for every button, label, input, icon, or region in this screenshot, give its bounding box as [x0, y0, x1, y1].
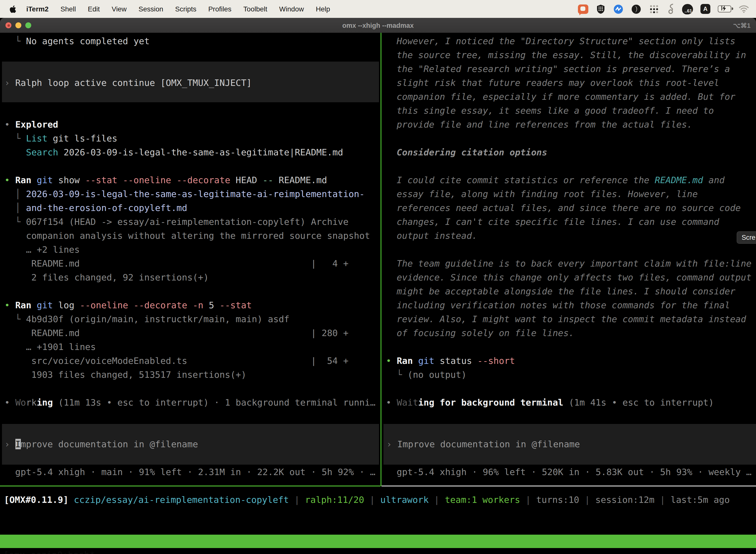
right-pane-output[interactable]: However, I noticed the "Directory Struct… — [381, 34, 756, 409]
terminal-row: companion file, especially if more comme… — [386, 90, 756, 104]
terminal-row: │ 2026-03-09-is-legal-the-same-as-legiti… — [4, 187, 380, 201]
window-title-bar[interactable]: omx --xhigh --madmax ⌥⌘1 — [0, 18, 756, 33]
screen-share-tooltip-text: Scre — [742, 234, 756, 241]
terminal-window[interactable]: └ No agents completed yet › Ralph loop a… — [0, 33, 756, 554]
terminal-row: the "Related research writing" section i… — [386, 62, 756, 76]
terminal-row — [4, 284, 380, 298]
tmux-session-label: [omx-cczip0:bash* — [3, 548, 95, 554]
wifi-icon[interactable] — [739, 5, 749, 13]
pane-divider[interactable] — [380, 33, 381, 486]
right-prompt-text: › Improve documentation in @filename — [386, 437, 580, 451]
terminal-row: [OMX#0.11.9] cczip/essay/ai-reimplementa… — [4, 493, 756, 507]
terminal-row: • Waiting for background terminal (1m 41… — [386, 396, 756, 409]
terminal-row: └ (no output) — [386, 368, 756, 382]
terminal-row — [4, 104, 380, 118]
terminal-row: README.md | 4 + — [4, 257, 380, 271]
menu-item-window[interactable]: Window — [273, 5, 310, 13]
terminal-row: the source tree, missing the essay. Stil… — [386, 48, 756, 62]
input-source-icon[interactable]: A — [700, 4, 710, 14]
terminal-row: provide file and line references from th… — [386, 118, 756, 131]
terminal-row — [4, 48, 380, 62]
left-prompt-input[interactable]: › Improve documentation in @filename — [2, 424, 379, 465]
terminal-row: evidence. Since this change only affects… — [386, 271, 756, 284]
terminal-row: Considering citation options — [386, 146, 756, 159]
chat-app-icon[interactable] — [578, 4, 588, 14]
terminal-row: src/voice/voiceModeEnabled.ts | 54 + — [4, 354, 380, 368]
terminal-row — [386, 243, 756, 257]
screen: iTerm2ShellEditViewSessionScriptsProfile… — [0, 0, 756, 554]
tmux-status-bar[interactable]: [omx-cczip0:bash* "MacBook-Pro-44.local"… — [0, 535, 756, 548]
dots-grid-icon[interactable] — [649, 4, 659, 14]
menu-status-icons: ..61 A — [578, 3, 749, 14]
terminal-row: › Ralph loop active continue [OMX_TMUX_I… — [4, 76, 380, 90]
window-title: omx --xhigh --madmax — [0, 21, 756, 29]
menu-item-shell[interactable]: Shell — [55, 5, 82, 13]
right-prompt-input[interactable]: › Improve documentation in @filename — [383, 424, 756, 465]
right-model-status: gpt-5.4 xhigh · 96% left · 520K in · 5.8… — [381, 465, 756, 479]
blue-badge-icon[interactable] — [613, 4, 624, 14]
menu-item-scripts[interactable]: Scripts — [169, 5, 202, 13]
terminal-row: changes, I can't cite specific file line… — [386, 215, 756, 229]
menu-item-iterm2[interactable]: iTerm2 — [20, 5, 55, 13]
terminal-row: might be acceptable alongside the file l… — [386, 284, 756, 298]
usage-gauge-icon[interactable]: ..61 — [682, 4, 693, 14]
terminal-row: I could cite commit statistics or refere… — [386, 173, 756, 187]
screen-share-tooltip: Scre — [737, 231, 756, 244]
terminal-row: 2 files changed, 92 insertions(+) — [4, 271, 380, 284]
menu-item-session[interactable]: Session — [132, 5, 169, 13]
battery-icon[interactable] — [718, 5, 731, 12]
squiggle-icon[interactable] — [667, 3, 675, 14]
desktop: iTerm2ShellEditViewSessionScriptsProfile… — [0, 0, 756, 554]
terminal-row: README.md | 280 + — [4, 326, 380, 340]
terminal-row: references need actual files, and since … — [386, 201, 756, 215]
menu-item-profiles[interactable]: Profiles — [202, 5, 237, 13]
terminal-row: • Ran git status --short — [386, 354, 756, 368]
terminal-row: › Improve documentation in @filename — [4, 437, 198, 451]
terminal-row — [386, 131, 756, 146]
terminal-row: 1903 files changed, 513517 insertions(+) — [4, 368, 380, 382]
terminal-row: gpt-5.4 xhigh · 96% left · 520K in · 5.8… — [386, 465, 756, 479]
terminal-row: › Improve documentation in @filename — [386, 437, 580, 451]
terminal-row: slight risk that future readers may over… — [386, 76, 756, 90]
terminal-row: essay file, along with finding root file… — [386, 187, 756, 201]
terminal-row: └ 4b9d30f (origin/main, instructkr/main,… — [4, 312, 380, 326]
crescent-icon[interactable] — [631, 4, 641, 14]
terminal-row: • Explored — [4, 118, 380, 131]
terminal-row: this single essay, it seems like a good … — [386, 104, 756, 118]
menu-item-view[interactable]: View — [106, 5, 132, 13]
menu-item-toolbelt[interactable]: Toolbelt — [237, 5, 273, 13]
terminal-row — [4, 159, 380, 173]
terminal-row: • Ran git log --oneline --decorate -n 5 … — [4, 298, 380, 312]
terminal-row: • Working (11m 13s • esc to interrupt) ·… — [4, 396, 380, 409]
right-pane-border — [381, 486, 756, 487]
terminal-row: including verification notes with those … — [386, 298, 756, 312]
terminal-row: The team guideline is to back every impo… — [386, 257, 756, 271]
left-prompt-text: › Improve documentation in @filename — [4, 437, 198, 451]
terminal-row: companion analysis without altering the … — [4, 229, 380, 243]
terminal-row: … +1901 lines — [4, 340, 380, 354]
left-pane-border — [0, 486, 380, 487]
macos-menu-bar: iTerm2ShellEditViewSessionScriptsProfile… — [0, 0, 756, 18]
terminal-row: of focusing solely on file lines. — [386, 326, 756, 340]
apple-menu-icon[interactable] — [9, 5, 16, 13]
terminal-row: … +2 lines — [4, 243, 380, 257]
left-pane-output[interactable]: └ No agents completed yet › Ralph loop a… — [0, 34, 380, 409]
terminal-row: gpt-5.4 xhigh · main · 91% left · 2.31M … — [4, 465, 380, 479]
shield-keyboard-icon[interactable] — [596, 4, 606, 14]
terminal-row — [4, 382, 380, 396]
window-shortcut-badge: ⌥⌘1 — [733, 21, 751, 29]
terminal-row: output instead. — [386, 229, 756, 243]
terminal-row — [4, 62, 380, 76]
battery-nub — [732, 7, 733, 10]
terminal-row — [386, 159, 756, 173]
terminal-row: │ and-the-erosion-of-copyleft.md — [4, 201, 380, 215]
terminal-row — [386, 340, 756, 354]
menu-items: iTerm2ShellEditViewSessionScriptsProfile… — [20, 5, 336, 13]
terminal-row: • Ran git show --stat --oneline --decora… — [4, 173, 380, 187]
menu-item-help[interactable]: Help — [310, 5, 336, 13]
menu-item-edit[interactable]: Edit — [82, 5, 106, 13]
terminal-row: └ No agents completed yet — [4, 34, 380, 48]
omx-status-line: [OMX#0.11.9] cczip/essay/ai-reimplementa… — [0, 493, 756, 507]
terminal-row: └ List git ls-files — [4, 131, 380, 146]
terminal-row: However, I noticed the "Directory Struct… — [386, 34, 756, 48]
